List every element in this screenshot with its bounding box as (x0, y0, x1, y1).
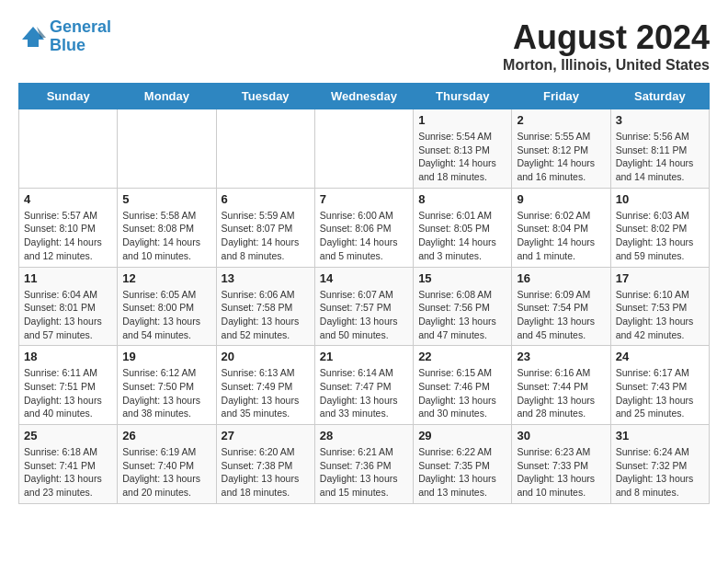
day-cell: 12Sunrise: 6:05 AM Sunset: 8:00 PM Dayli… (118, 267, 216, 346)
logo-line2: Blue (50, 36, 85, 54)
main-title: August 2024 (503, 18, 710, 57)
subtitle: Morton, Illinois, United States (503, 57, 710, 74)
week-row-3: 11Sunrise: 6:04 AM Sunset: 8:01 PM Dayli… (19, 267, 710, 346)
day-number: 7 (320, 192, 408, 206)
day-info: Sunrise: 6:12 AM Sunset: 7:50 PM Dayligh… (122, 366, 210, 420)
day-number: 21 (320, 350, 408, 363)
logo-line1: General (50, 17, 111, 36)
day-cell: 21Sunrise: 6:14 AM Sunset: 7:47 PM Dayli… (314, 346, 413, 425)
day-number: 5 (122, 192, 210, 206)
day-info: Sunrise: 6:08 AM Sunset: 7:56 PM Dayligh… (418, 288, 506, 342)
day-header-wednesday: Wednesday (314, 84, 413, 109)
day-info: Sunrise: 6:22 AM Sunset: 7:35 PM Dayligh… (418, 445, 506, 500)
header-row: SundayMondayTuesdayWednesdayThursdayFrid… (19, 84, 710, 109)
day-info: Sunrise: 5:59 AM Sunset: 8:07 PM Dayligh… (222, 209, 310, 263)
day-cell (314, 109, 413, 189)
day-info: Sunrise: 5:56 AM Sunset: 8:11 PM Dayligh… (616, 130, 704, 184)
day-number: 13 (222, 271, 310, 285)
day-info: Sunrise: 6:02 AM Sunset: 8:04 PM Dayligh… (517, 209, 605, 263)
day-info: Sunrise: 6:04 AM Sunset: 8:01 PM Dayligh… (24, 288, 112, 342)
day-number: 2 (517, 113, 605, 127)
day-cell: 14Sunrise: 6:07 AM Sunset: 7:57 PM Dayli… (314, 267, 413, 346)
logo-text: General Blue (50, 18, 111, 55)
logo: General Blue (18, 18, 111, 55)
week-row-4: 18Sunrise: 6:11 AM Sunset: 7:51 PM Dayli… (19, 346, 710, 425)
day-cell: 31Sunrise: 6:24 AM Sunset: 7:32 PM Dayli… (610, 425, 709, 504)
day-cell: 9Sunrise: 6:02 AM Sunset: 8:04 PM Daylig… (512, 188, 610, 267)
day-number: 9 (517, 192, 605, 206)
day-cell: 27Sunrise: 6:20 AM Sunset: 7:38 PM Dayli… (216, 425, 314, 504)
header: General Blue August 2024 Morton, Illinoi… (18, 18, 710, 74)
day-info: Sunrise: 5:54 AM Sunset: 8:13 PM Dayligh… (418, 130, 506, 184)
week-row-2: 4Sunrise: 5:57 AM Sunset: 8:10 PM Daylig… (19, 188, 710, 267)
day-cell: 10Sunrise: 6:03 AM Sunset: 8:02 PM Dayli… (610, 188, 709, 267)
day-number: 18 (24, 350, 112, 363)
day-number: 19 (122, 350, 210, 363)
day-number: 28 (320, 429, 408, 442)
day-info: Sunrise: 6:16 AM Sunset: 7:44 PM Dayligh… (517, 366, 605, 420)
day-number: 6 (222, 192, 310, 206)
day-number: 14 (320, 271, 408, 285)
day-cell: 29Sunrise: 6:22 AM Sunset: 7:35 PM Dayli… (414, 425, 512, 504)
day-info: Sunrise: 6:17 AM Sunset: 7:43 PM Dayligh… (616, 366, 704, 420)
day-header-thursday: Thursday (414, 84, 512, 109)
day-cell: 13Sunrise: 6:06 AM Sunset: 7:58 PM Dayli… (216, 267, 314, 346)
day-number: 8 (418, 192, 506, 206)
day-info: Sunrise: 6:23 AM Sunset: 7:33 PM Dayligh… (517, 445, 605, 500)
day-number: 10 (616, 192, 704, 206)
week-row-5: 25Sunrise: 6:18 AM Sunset: 7:41 PM Dayli… (19, 425, 710, 504)
day-cell: 16Sunrise: 6:09 AM Sunset: 7:54 PM Dayli… (512, 267, 610, 346)
day-number: 29 (418, 429, 506, 442)
day-number: 1 (418, 113, 506, 127)
day-cell: 23Sunrise: 6:16 AM Sunset: 7:44 PM Dayli… (512, 346, 610, 425)
day-number: 4 (24, 192, 112, 206)
day-number: 12 (122, 271, 210, 285)
day-header-friday: Friday (512, 84, 610, 109)
day-info: Sunrise: 5:55 AM Sunset: 8:12 PM Dayligh… (517, 130, 605, 184)
day-info: Sunrise: 6:06 AM Sunset: 7:58 PM Dayligh… (222, 288, 310, 342)
day-cell (216, 109, 314, 189)
day-info: Sunrise: 6:14 AM Sunset: 7:47 PM Dayligh… (320, 366, 408, 420)
day-cell: 30Sunrise: 6:23 AM Sunset: 7:33 PM Dayli… (512, 425, 610, 504)
day-cell: 26Sunrise: 6:19 AM Sunset: 7:40 PM Dayli… (118, 425, 216, 504)
day-info: Sunrise: 5:57 AM Sunset: 8:10 PM Dayligh… (24, 209, 112, 263)
title-area: August 2024 Morton, Illinois, United Sta… (503, 18, 710, 74)
day-cell: 2Sunrise: 5:55 AM Sunset: 8:12 PM Daylig… (512, 109, 610, 189)
day-cell: 25Sunrise: 6:18 AM Sunset: 7:41 PM Dayli… (19, 425, 118, 504)
day-cell: 1Sunrise: 5:54 AM Sunset: 8:13 PM Daylig… (414, 109, 512, 189)
day-info: Sunrise: 6:05 AM Sunset: 8:00 PM Dayligh… (122, 288, 210, 342)
day-info: Sunrise: 5:58 AM Sunset: 8:08 PM Dayligh… (122, 209, 210, 263)
day-number: 16 (517, 271, 605, 285)
day-cell: 3Sunrise: 5:56 AM Sunset: 8:11 PM Daylig… (610, 109, 709, 189)
day-number: 3 (616, 113, 704, 127)
day-header-saturday: Saturday (610, 84, 709, 109)
day-number: 27 (222, 429, 310, 442)
day-cell (19, 109, 118, 189)
day-info: Sunrise: 6:19 AM Sunset: 7:40 PM Dayligh… (122, 445, 210, 500)
day-header-tuesday: Tuesday (216, 84, 314, 109)
day-number: 17 (616, 271, 704, 285)
day-info: Sunrise: 6:20 AM Sunset: 7:38 PM Dayligh… (222, 445, 310, 500)
logo-icon (18, 23, 46, 51)
day-cell: 18Sunrise: 6:11 AM Sunset: 7:51 PM Dayli… (19, 346, 118, 425)
page: General Blue August 2024 Morton, Illinoi… (0, 0, 728, 513)
day-cell: 19Sunrise: 6:12 AM Sunset: 7:50 PM Dayli… (118, 346, 216, 425)
day-info: Sunrise: 6:09 AM Sunset: 7:54 PM Dayligh… (517, 288, 605, 342)
day-header-monday: Monday (118, 84, 216, 109)
day-cell: 8Sunrise: 6:01 AM Sunset: 8:05 PM Daylig… (414, 188, 512, 267)
day-number: 30 (517, 429, 605, 442)
day-info: Sunrise: 6:21 AM Sunset: 7:36 PM Dayligh… (320, 445, 408, 500)
day-cell (118, 109, 216, 189)
day-info: Sunrise: 6:07 AM Sunset: 7:57 PM Dayligh… (320, 288, 408, 342)
day-info: Sunrise: 6:15 AM Sunset: 7:46 PM Dayligh… (418, 366, 506, 420)
day-cell: 5Sunrise: 5:58 AM Sunset: 8:08 PM Daylig… (118, 188, 216, 267)
day-info: Sunrise: 6:24 AM Sunset: 7:32 PM Dayligh… (616, 445, 704, 500)
day-info: Sunrise: 6:18 AM Sunset: 7:41 PM Dayligh… (24, 445, 112, 500)
week-row-1: 1Sunrise: 5:54 AM Sunset: 8:13 PM Daylig… (19, 109, 710, 189)
day-cell: 6Sunrise: 5:59 AM Sunset: 8:07 PM Daylig… (216, 188, 314, 267)
day-cell: 28Sunrise: 6:21 AM Sunset: 7:36 PM Dayli… (314, 425, 413, 504)
day-number: 22 (418, 350, 506, 363)
day-cell: 24Sunrise: 6:17 AM Sunset: 7:43 PM Dayli… (610, 346, 709, 425)
day-cell: 20Sunrise: 6:13 AM Sunset: 7:49 PM Dayli… (216, 346, 314, 425)
calendar-table: SundayMondayTuesdayWednesdayThursdayFrid… (18, 83, 710, 504)
